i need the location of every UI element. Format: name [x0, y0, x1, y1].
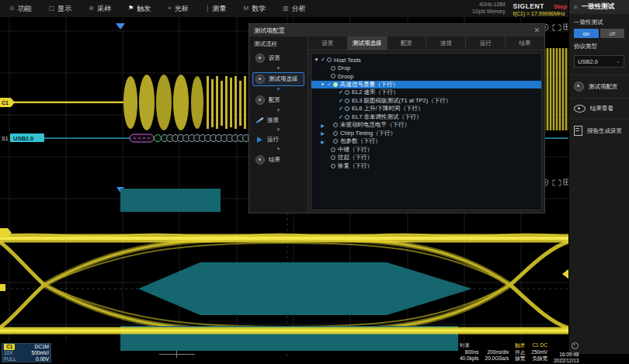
- decode-source-label: S1: [2, 136, 9, 141]
- svg-text:C1: C1: [2, 100, 9, 106]
- menu-display[interactable]: ▢显示: [49, 4, 72, 14]
- flow-step-connect[interactable]: 连接: [252, 114, 304, 127]
- tree-row[interactable]: Drop: [311, 64, 541, 73]
- tab-settings[interactable]: 设置: [308, 36, 348, 50]
- protocol-type-label: 协议类型: [569, 38, 629, 53]
- channel-scale: 500mV/: [32, 350, 49, 356]
- channel-descriptor-box[interactable]: C1 DC1M 10X 500mV/ FULL 0.00V: [2, 343, 51, 362]
- sidebar-item-report-settings[interactable]: 报告生成设置: [569, 119, 629, 142]
- tree-row[interactable]: ▶ 未驱动时电压电平（下行）: [311, 121, 541, 130]
- radio-icon[interactable]: [333, 123, 338, 127]
- timebase-box[interactable]: 时基 800ns 40.0kpts 200ns/div 20.0GSa/s: [460, 342, 509, 364]
- flow-step-configure[interactable]: 配置: [252, 93, 304, 107]
- check-icon: ✓: [338, 98, 344, 104]
- menu-trigger[interactable]: ⚑触发: [128, 4, 151, 14]
- tab-run[interactable]: 运行: [466, 36, 506, 50]
- tree-row[interactable]: ▶ Chirp Timing（下行）: [311, 130, 541, 138]
- expander-open-icon[interactable]: ▼: [313, 57, 320, 62]
- menu-utility-label: 功能: [18, 4, 32, 14]
- timebase-scale: 200ns/div: [485, 349, 509, 356]
- search-region-upper[interactable]: [120, 189, 221, 212]
- tab-configure[interactable]: 配置: [387, 36, 427, 50]
- channel-name: C1: [4, 344, 15, 350]
- menu-trigger-label: 触发: [137, 4, 151, 14]
- gear-icon: [255, 54, 265, 63]
- radio-icon[interactable]: [345, 90, 349, 95]
- flow-step-run[interactable]: 运行: [252, 133, 304, 146]
- clock-box: 16:09:48 2022/12/13: [554, 342, 579, 364]
- expander-closed-icon[interactable]: ▶: [319, 123, 326, 128]
- sidebar-item-results-view[interactable]: 结果查看: [569, 98, 629, 119]
- radio-icon[interactable]: [345, 106, 349, 111]
- menu-cursors[interactable]: ⌖光标: [168, 4, 189, 14]
- menu-acquire[interactable]: ≋采样: [89, 4, 111, 14]
- radio-icon[interactable]: [333, 139, 338, 144]
- tree-row[interactable]: Droop: [311, 72, 541, 81]
- grid-quick-icons-top[interactable]: [542, 24, 569, 30]
- radio-icon[interactable]: [333, 131, 338, 136]
- decode-packet-bubble: [130, 134, 154, 142]
- check-icon: ✓: [338, 89, 344, 95]
- trigger-flag-icon: ⚑: [128, 5, 134, 12]
- tree-row[interactable]: 中继（下行）: [311, 146, 541, 154]
- flow-step-results[interactable]: 结果: [252, 153, 304, 167]
- test-config-dialog: 测试项配置 ✕ 测试流程 设置 ▼ 测试项选择 ▼ 配置: [248, 23, 545, 213]
- tab-results[interactable]: 结果: [506, 36, 544, 50]
- tree-row[interactable]: ✓ EL3 眼图模版测试(T1 at TP2)（下行）: [311, 97, 541, 106]
- flow-arrow-icon: ▼: [249, 86, 308, 93]
- trigger-position-marker[interactable]: [116, 23, 125, 29]
- trigger-source-box[interactable]: C1 DC 250mV 负脉宽: [531, 342, 547, 364]
- timebase-rate: 20.0GSa/s: [485, 355, 509, 362]
- sidebar-header[interactable]: ≡ 一致性测试: [569, 0, 629, 14]
- menu-measure[interactable]: ⌡测量: [206, 4, 227, 14]
- compliance-sidebar: ≡ 一致性测试 一致性测试 on off 协议类型 USB2.0 ⌄ 测试项配置…: [568, 0, 629, 354]
- flow-step-test-select[interactable]: 测试项选择: [252, 72, 304, 86]
- flow-step-settings[interactable]: 设置: [252, 51, 304, 65]
- protocol-select[interactable]: USB2.0 ⌄: [574, 55, 624, 68]
- clock-icon: [572, 342, 579, 349]
- menu-utility[interactable]: ⊙功能: [9, 4, 32, 14]
- grid-quick-icons-mid[interactable]: [542, 179, 569, 185]
- menu-analysis[interactable]: ▥分析: [283, 4, 306, 14]
- radio-icon[interactable]: [331, 155, 335, 160]
- tab-connect[interactable]: 连接: [426, 36, 466, 50]
- tree-row[interactable]: ✓ EL6 上升/下降时间（下行）: [311, 105, 541, 113]
- timebase-label: 时基: [460, 342, 509, 349]
- channel-c1-marker[interactable]: C1: [0, 98, 15, 107]
- check-icon: ✓: [320, 57, 326, 63]
- tree-row-selected[interactable]: ▼ ✓ 高速信号质量（下行）: [311, 81, 541, 89]
- radio-icon[interactable]: [331, 164, 335, 168]
- toggle-on-button[interactable]: on: [574, 29, 599, 38]
- expander-closed-icon[interactable]: ▶: [319, 130, 326, 136]
- check-icon: ✓: [338, 114, 344, 120]
- menu-math[interactable]: M数学: [244, 4, 266, 14]
- trigger-box[interactable]: 触发 停止 脉宽: [515, 342, 525, 364]
- tree-row[interactable]: 挂起（下行）: [311, 154, 541, 162]
- math-icon: M: [244, 5, 249, 12]
- tab-test-select[interactable]: 测试项选择: [348, 36, 387, 50]
- radio-icon[interactable]: [333, 82, 338, 87]
- tree-row[interactable]: ▶ 包参数（下行）: [311, 137, 541, 146]
- dialog-title-bar[interactable]: 测试项配置 ✕: [249, 24, 544, 36]
- channel-probe: 10X: [4, 350, 13, 356]
- trigger-type: 脉宽: [515, 355, 525, 362]
- dialog-tabs: 设置 测试项选择 配置 连接 运行 结果: [308, 36, 544, 50]
- radio-icon[interactable]: [331, 74, 335, 78]
- tree-row[interactable]: ✓ EL7 非单调性测试（下行）: [311, 113, 541, 122]
- toggle-off-button[interactable]: off: [600, 29, 625, 38]
- tree-row[interactable]: ▼ ✓ Host Tests: [311, 56, 541, 64]
- expander-open-icon[interactable]: ▼: [319, 82, 326, 87]
- expander-closed-icon[interactable]: ▶: [319, 139, 326, 144]
- close-icon[interactable]: ✕: [533, 26, 540, 34]
- eye-zoom-marker[interactable]: [0, 284, 5, 291]
- radio-icon[interactable]: [331, 147, 335, 152]
- timebase-points: 40.0kpts: [460, 355, 479, 362]
- radio-icon[interactable]: [327, 57, 332, 62]
- tree-row[interactable]: ✓ EL2 速率（下行）: [311, 88, 541, 97]
- tree-row[interactable]: 恢复（下行）: [311, 162, 541, 171]
- sidebar-item-test-config[interactable]: 测试项配置: [569, 75, 629, 98]
- radio-icon[interactable]: [331, 66, 335, 71]
- radio-icon[interactable]: [345, 99, 349, 103]
- radio-icon[interactable]: [345, 115, 349, 120]
- acquisition-status: Stop: [554, 3, 567, 10]
